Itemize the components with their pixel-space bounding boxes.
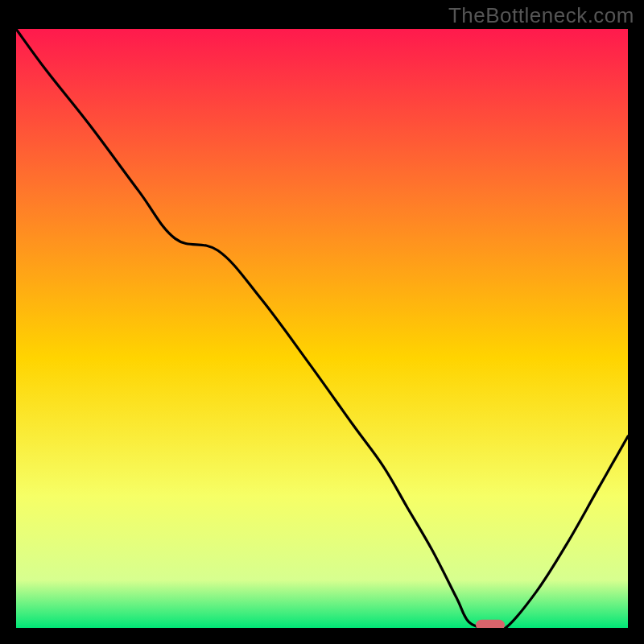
chart-frame: TheBottleneck.com [0, 0, 644, 644]
watermark-text: TheBottleneck.com [448, 3, 634, 28]
gradient-background [16, 29, 628, 628]
plot-area [16, 29, 628, 628]
plot-svg [16, 29, 628, 628]
optimal-marker [476, 620, 505, 628]
